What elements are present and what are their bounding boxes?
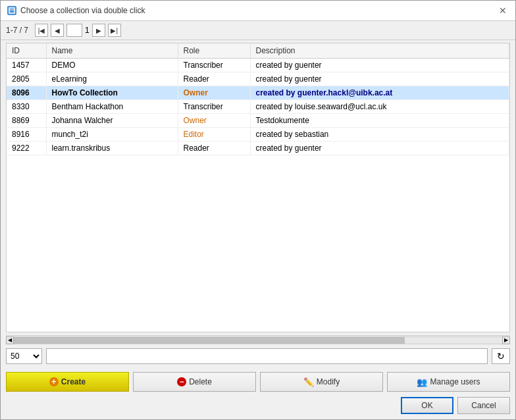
table-row[interactable]: 8096HowTo CollectionOwnercreated by guen… [7, 86, 509, 100]
create-label: Create [61, 377, 86, 386]
window-icon [7, 6, 16, 15]
cell-role: Reader [178, 142, 250, 155]
table-row[interactable]: 2805eLearningReadercreated by guenter [7, 72, 509, 86]
pagination-info: 1-7 / 7 [6, 26, 28, 35]
ok-cancel-bar: OK Cancel [1, 394, 515, 419]
modify-button[interactable]: ✏️ Modify [260, 372, 383, 392]
cell-name: munch_t2i [46, 128, 178, 142]
cell-id: 8330 [7, 100, 46, 114]
modify-label: Modify [317, 377, 340, 386]
cell-id: 8096 [7, 86, 46, 100]
cell-name: learn.transkribus [46, 142, 178, 155]
table-row[interactable]: 8916munch_t2iEditorcreated by sebastian [7, 128, 509, 142]
table-row[interactable]: 8330Bentham HackathonTranscribercreated … [7, 100, 509, 114]
collections-table-container: ID Name Role Description 1457DEMOTranscr… [6, 43, 510, 332]
scroll-left-button[interactable]: ◀ [6, 336, 14, 344]
collections-table: ID Name Role Description 1457DEMOTranscr… [7, 43, 509, 155]
table-row[interactable]: 8869Johanna WalcherOwnerTestdokumente [7, 114, 509, 128]
cell-name: eLearning [46, 72, 178, 86]
col-header-name: Name [46, 43, 178, 59]
manage-users-button[interactable]: 👥 Manage users [387, 372, 510, 392]
search-input[interactable] [46, 348, 488, 364]
cell-name: DEMO [46, 59, 178, 72]
table-header-row: ID Name Role Description [7, 43, 509, 59]
prev-page-button[interactable]: ◀ [51, 24, 64, 37]
col-header-description: Description [250, 43, 509, 59]
manage-users-label: Manage users [430, 377, 480, 386]
table-row[interactable]: 1457DEMOTranscribercreated by guenter [7, 59, 509, 72]
manage-users-icon: 👥 [417, 377, 427, 387]
refresh-button[interactable]: ↻ [492, 348, 510, 364]
first-page-button[interactable]: |◀ [35, 24, 48, 37]
cell-id: 1457 [7, 59, 46, 72]
page-size-select[interactable]: 10 25 50 100 [6, 348, 42, 364]
col-header-id: ID [7, 43, 46, 59]
cancel-button[interactable]: Cancel [457, 397, 510, 414]
table-row[interactable]: 9222learn.transkribusReadercreated by gu… [7, 142, 509, 155]
scroll-right-button[interactable]: ▶ [502, 336, 510, 344]
cell-description: created by louise.seaward@ucl.ac.uk [250, 100, 509, 114]
horizontal-scrollbar[interactable]: ◀ ▶ [6, 335, 510, 344]
cell-id: 2805 [7, 72, 46, 86]
cell-id: 8869 [7, 114, 46, 128]
svg-rect-0 [9, 8, 14, 13]
cell-role: Reader [178, 72, 250, 86]
cell-role: Owner [178, 114, 250, 128]
page-separator: 1 [85, 26, 90, 35]
action-bar: + Create − Delete ✏️ Modify 👥 Manage use… [1, 367, 515, 394]
cell-role: Transcriber [178, 100, 250, 114]
scrollbar-track[interactable] [14, 336, 502, 344]
create-button[interactable]: + Create [6, 372, 129, 392]
cell-role: Owner [178, 86, 250, 100]
bottom-controls: 10 25 50 100 ↻ [1, 346, 515, 367]
delete-button[interactable]: − Delete [133, 372, 256, 392]
cell-description: created by guenter [250, 142, 509, 155]
cell-role: Editor [178, 128, 250, 142]
cell-description: created by sebastian [250, 128, 509, 142]
cell-name: HowTo Collection [46, 86, 178, 100]
delete-label: Delete [189, 377, 212, 386]
main-window: Choose a collection via double click ✕ 1… [0, 0, 516, 420]
cell-description: Testdokumente [250, 114, 509, 128]
modify-icon: ✏️ [303, 377, 314, 387]
create-icon: + [49, 377, 59, 386]
last-page-button[interactable]: ▶| [108, 24, 121, 37]
cell-name: Bentham Hackathon [46, 100, 178, 114]
close-button[interactable]: ✕ [497, 5, 509, 16]
ok-button[interactable]: OK [401, 397, 453, 414]
table-body: 1457DEMOTranscribercreated by guenter280… [7, 59, 509, 155]
cell-description: created by guenter.hackl@uibk.ac.at [250, 86, 509, 100]
cell-role: Transcriber [178, 59, 250, 72]
scrollbar-thumb[interactable] [14, 337, 405, 344]
cell-description: created by guenter [250, 59, 509, 72]
cell-name: Johanna Walcher [46, 114, 178, 128]
window-title: Choose a collection via double click [20, 6, 145, 15]
page-input[interactable] [66, 24, 82, 37]
col-header-role: Role [178, 43, 250, 59]
toolbar: 1-7 / 7 |◀ ◀ 1 ▶ ▶| [1, 21, 515, 40]
cell-id: 9222 [7, 142, 46, 155]
delete-icon: − [177, 377, 186, 386]
cell-id: 8916 [7, 128, 46, 142]
next-page-button[interactable]: ▶ [92, 24, 105, 37]
title-bar: Choose a collection via double click ✕ [1, 1, 515, 21]
cell-description: created by guenter [250, 72, 509, 86]
